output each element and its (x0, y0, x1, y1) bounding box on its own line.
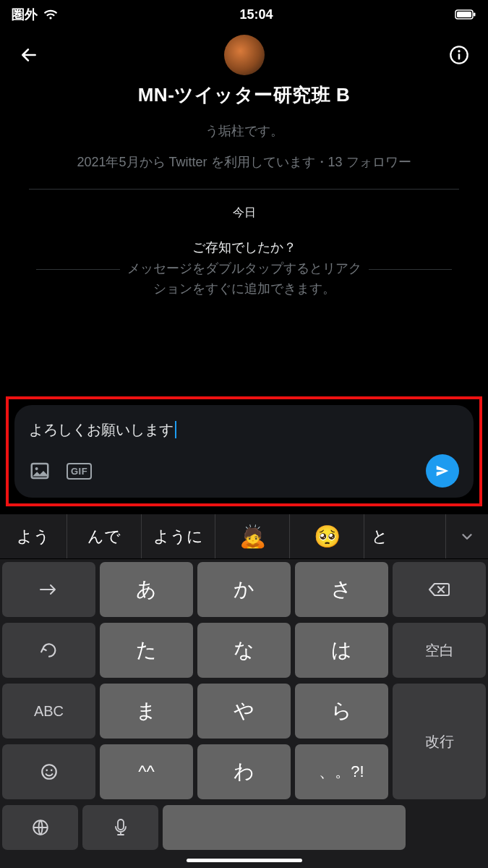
suggestion[interactable]: 🙇 (215, 514, 290, 558)
tip-text-1: メッセージをダブルタップするとリアク (127, 259, 361, 279)
suggestion[interactable]: と (364, 514, 446, 558)
svg-point-7 (35, 467, 38, 470)
mic-key[interactable] (82, 805, 158, 850)
keyboard: よう んで ように 🙇 🥺 と あ か さ た な は (0, 514, 488, 868)
key-next-candidate[interactable] (2, 562, 95, 617)
suggestion[interactable]: よう (0, 514, 67, 558)
tip-text-2: ションをすぐに追加できます。 (36, 279, 452, 299)
svg-point-4 (458, 50, 460, 52)
clock: 15:04 (239, 7, 273, 22)
tip-line-left (36, 269, 120, 270)
back-button[interactable] (14, 41, 43, 69)
spacebar[interactable] (163, 805, 406, 850)
message-text: よろしくお願いします (29, 420, 174, 440)
tip-title: ご存知でしたか？ (36, 238, 452, 258)
key-na[interactable]: な (197, 623, 291, 678)
svg-rect-2 (474, 13, 476, 17)
battery-icon (455, 9, 476, 20)
key-undo[interactable] (2, 623, 95, 678)
suggestion[interactable]: ように (142, 514, 216, 558)
svg-point-10 (50, 770, 52, 772)
globe-key[interactable] (2, 805, 78, 850)
key-ha[interactable]: は (295, 623, 388, 678)
svg-point-9 (46, 770, 48, 772)
message-composer[interactable]: よろしくお願いします GIF (14, 405, 474, 498)
send-button[interactable] (426, 454, 459, 488)
key-a[interactable]: あ (100, 562, 193, 617)
composer-highlight: よろしくお願いします GIF (6, 396, 482, 506)
status-bar: 圏外 15:04 (0, 0, 488, 26)
key-ma[interactable]: ま (100, 684, 193, 739)
key-punct[interactable]: 、。?! (295, 744, 388, 799)
svg-rect-1 (457, 12, 471, 17)
message-input[interactable]: よろしくお願いします (29, 418, 459, 441)
svg-rect-5 (458, 54, 461, 59)
svg-rect-12 (118, 820, 124, 830)
key-komoji[interactable]: ^^ (100, 744, 193, 799)
expand-suggestions[interactable] (446, 529, 488, 545)
svg-point-8 (42, 765, 56, 779)
suggestion[interactable]: んで (67, 514, 142, 558)
joined-followers: 2021年5月から Twitter を利用しています・13 フォロワー (17, 152, 471, 173)
conversation-header (0, 26, 488, 75)
wifi-icon (43, 9, 58, 20)
key-sa[interactable]: さ (295, 562, 388, 617)
user-avatar[interactable] (224, 35, 265, 75)
bio-tail: う垢柱です。 (17, 121, 471, 142)
key-grid: あ か さ た な は 空白 ABC ま や ら 改行 ^ (0, 559, 488, 799)
profile-info: う垢柱です。 2021年5月から Twitter を利用しています・13 フォロ… (0, 121, 488, 173)
date-separator: 今日 (0, 205, 488, 221)
divider (29, 189, 459, 190)
keyboard-bottom-row (0, 805, 488, 854)
key-return[interactable]: 改行 (393, 684, 486, 799)
key-ya[interactable]: や (197, 684, 291, 739)
key-ta[interactable]: た (100, 623, 193, 678)
key-abc[interactable]: ABC (2, 684, 95, 739)
tip-line-right (369, 269, 453, 270)
key-emoji[interactable] (2, 744, 95, 799)
key-space[interactable]: 空白 (393, 623, 486, 678)
suggestion-row: よう んで ように 🙇 🥺 と (0, 514, 488, 559)
text-cursor (175, 421, 176, 438)
key-backspace[interactable] (393, 562, 486, 617)
gif-button[interactable]: GIF (67, 463, 92, 480)
key-ra[interactable]: ら (295, 684, 388, 739)
image-button[interactable] (29, 460, 51, 482)
key-ka[interactable]: か (197, 562, 291, 617)
home-indicator[interactable] (187, 859, 302, 862)
conversation-title: MN-ツイッター研究班 B (0, 82, 488, 108)
tip-box: ご存知でしたか？ メッセージをダブルタップするとリアク ションをすぐに追加できま… (0, 238, 488, 300)
suggestion[interactable]: 🥺 (290, 514, 364, 558)
info-button[interactable] (445, 41, 474, 69)
key-wa[interactable]: わ (197, 744, 291, 799)
carrier-text: 圏外 (12, 6, 38, 23)
